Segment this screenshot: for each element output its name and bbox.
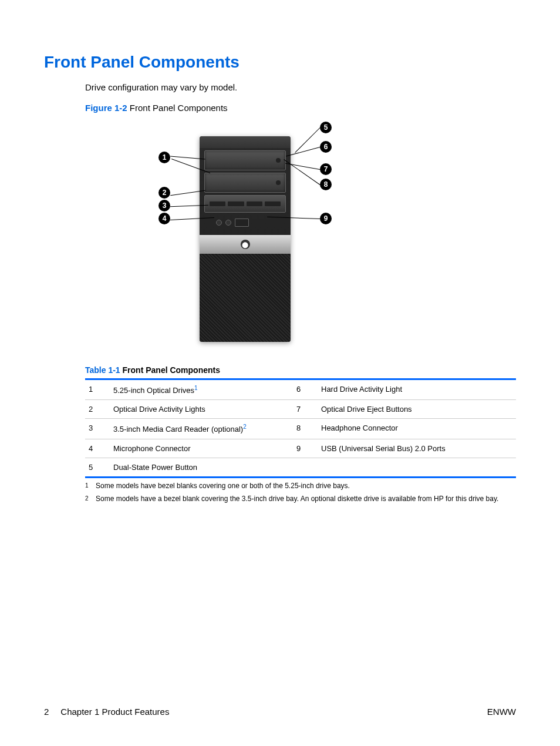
intro-text: Drive configuration may vary by model.	[85, 82, 516, 92]
footnote-text: Some models have bezel blanks covering o…	[96, 480, 350, 491]
component-description: 5.25-inch Optical Drives1	[110, 379, 293, 400]
page-number: 2	[44, 707, 49, 717]
leader-line	[295, 127, 320, 153]
callout-9: 9	[320, 213, 332, 224]
table-row: 4Microphone Connector9USB (Universal Ser…	[85, 439, 516, 458]
table-row: 5Dual-State Power Button	[85, 458, 516, 477]
footnote-text: Some models have a bezel blank covering …	[96, 493, 498, 504]
figure-label: Figure 1-2	[85, 103, 127, 113]
component-description: Hard Drive Activity Light	[318, 379, 516, 400]
figure-diagram: 1 2 3 4 5 6 7 8 9	[85, 119, 516, 348]
chapter-title: Chapter 1 Product Features	[60, 707, 169, 717]
component-number: 8	[293, 419, 318, 439]
table-row: 15.25-inch Optical Drives16Hard Drive Ac…	[85, 379, 516, 400]
footnote: 2Some models have a bezel blank covering…	[85, 493, 516, 504]
component-description: USB (Universal Serial Bus) 2.0 Ports	[318, 439, 516, 458]
table-caption: Table 1-1 Front Panel Components	[85, 365, 516, 375]
footer-right: ENWW	[487, 707, 516, 717]
component-number: 5	[85, 458, 110, 477]
leader-line	[286, 147, 320, 156]
callout-4: 4	[158, 213, 170, 224]
callout-8: 8	[320, 179, 332, 190]
footnote-number: 2	[85, 493, 90, 504]
callout-1: 1	[158, 152, 170, 163]
footnote: 1Some models have bezel blanks covering …	[85, 480, 516, 491]
component-description: 3.5-inch Media Card Reader (optional)2	[110, 419, 293, 439]
callout-7: 7	[320, 163, 332, 175]
callout-6: 6	[320, 141, 332, 153]
footnote-ref: 1	[194, 385, 198, 391]
callout-5: 5	[320, 122, 332, 133]
component-number: 4	[85, 439, 110, 458]
callout-2: 2	[158, 187, 170, 199]
table-row: 2Optical Drive Activity Lights7Optical D…	[85, 400, 516, 419]
component-number: 7	[293, 400, 318, 419]
component-description: Optical Drive Activity Lights	[110, 400, 293, 419]
table-row: 33.5-inch Media Card Reader (optional)28…	[85, 419, 516, 439]
callout-3: 3	[158, 200, 170, 211]
footnote-ref: 2	[243, 424, 247, 430]
footnote-number: 1	[85, 480, 90, 491]
figure-title: Front Panel Components	[130, 103, 228, 113]
component-number: 9	[293, 439, 318, 458]
figure-caption: Figure 1-2 Front Panel Components	[85, 103, 516, 113]
components-table: 15.25-inch Optical Drives16Hard Drive Ac…	[85, 378, 516, 478]
component-number	[293, 458, 318, 477]
section-heading: Front Panel Components	[44, 53, 516, 72]
table-title: Front Panel Components	[123, 365, 220, 375]
component-description: Dual-State Power Button	[110, 458, 293, 477]
computer-tower-image: ⬤	[200, 136, 291, 342]
component-description	[318, 458, 516, 477]
component-number: 1	[85, 379, 110, 400]
component-number: 6	[293, 379, 318, 400]
table-label: Table 1-1	[85, 365, 120, 375]
component-description: Optical Drive Eject Buttons	[318, 400, 516, 419]
component-description: Microphone Connector	[110, 439, 293, 458]
component-description: Headphone Connector	[318, 419, 516, 439]
footnotes: 1Some models have bezel blanks covering …	[85, 480, 516, 504]
page-footer: 2 Chapter 1 Product Features ENWW	[44, 707, 516, 717]
component-number: 3	[85, 419, 110, 439]
component-number: 2	[85, 400, 110, 419]
